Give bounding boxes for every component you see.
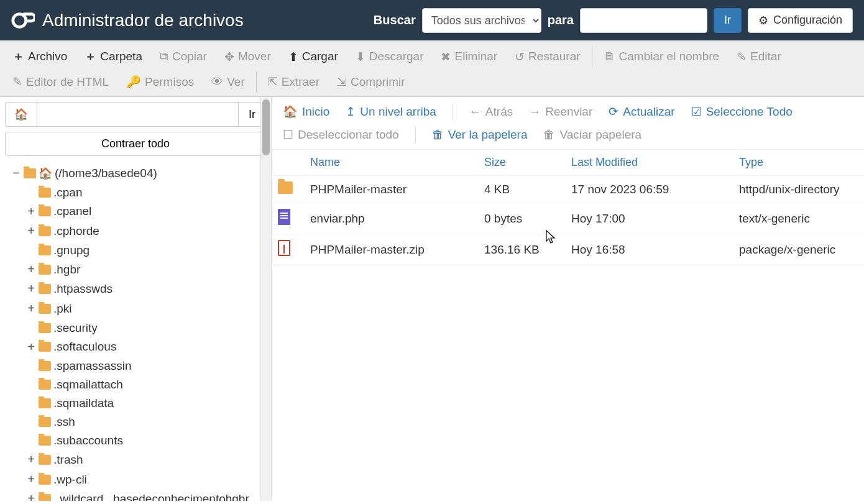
config-button[interactable]: ⚙ Configuración xyxy=(748,8,853,33)
back-link[interactable]: ←Atrás xyxy=(469,103,513,121)
action-separator xyxy=(415,127,416,143)
row-name: enviar.php xyxy=(301,203,476,234)
file-table: Name Size Last Modified Type PHPMailer-m… xyxy=(272,150,864,265)
expand-toggle[interactable]: + xyxy=(26,470,36,490)
upload-button[interactable]: ⬆Cargar xyxy=(280,45,347,69)
view-button[interactable]: 👁Ver xyxy=(203,70,254,94)
toolbar-download-label: Descargar xyxy=(369,50,424,63)
folder-icon xyxy=(39,206,51,216)
tree-item[interactable]: +.htpasswds xyxy=(26,279,269,299)
table-row[interactable]: PHPMailer-master.zip136.16 KBHoy 16:58pa… xyxy=(272,234,864,265)
sidebar-scrollbar[interactable] xyxy=(260,97,271,501)
toolbar-separator xyxy=(592,46,592,67)
move-button[interactable]: ✥Mover xyxy=(216,45,280,69)
expand-toggle[interactable]: + xyxy=(26,260,36,280)
forward-link[interactable]: →Reenviar xyxy=(529,103,592,121)
tree-item[interactable]: .gnupg xyxy=(26,241,269,260)
delete-button[interactable]: ✖Eliminar xyxy=(432,45,506,69)
tree-item[interactable]: +.wp-cli xyxy=(26,470,269,490)
folder-icon xyxy=(39,494,51,501)
folder-icon xyxy=(39,226,51,236)
path-home-button[interactable]: 🏠 xyxy=(5,102,37,127)
folder-icon xyxy=(39,284,51,294)
upload-icon: ⬆ xyxy=(288,50,298,64)
toolbar-upload-label: Cargar xyxy=(302,50,338,63)
search-scope-select[interactable]: Todos sus archivos xyxy=(422,8,541,33)
forward-icon: → xyxy=(529,105,541,119)
tree-item[interactable]: .subaccounts xyxy=(26,431,269,450)
rename-button[interactable]: 🗎Cambiar el nombre xyxy=(595,45,728,68)
expand-toggle[interactable]: + xyxy=(26,279,36,299)
expand-toggle[interactable]: + xyxy=(26,337,36,357)
select-all-link[interactable]: ☑Seleccione Todo xyxy=(691,102,793,121)
reload-link[interactable]: ⟳Actualizar xyxy=(609,102,674,121)
table-row[interactable]: enviar.php0 bytesHoy 17:00text/x-generic xyxy=(272,203,864,234)
tree-item[interactable]: .ssh xyxy=(26,413,269,431)
tree-item[interactable]: +.trash xyxy=(26,450,269,470)
expand-toggle[interactable]: + xyxy=(26,202,36,222)
tree-item[interactable]: .security xyxy=(26,319,269,337)
key-icon: 🔑 xyxy=(126,75,141,89)
search-go-button[interactable]: Ir xyxy=(714,8,742,33)
col-name[interactable]: Name xyxy=(301,150,476,176)
tree-item[interactable]: .sqmailattach xyxy=(26,375,269,394)
path-input[interactable] xyxy=(37,102,239,127)
view-trash-link[interactable]: 🗑Ver la papelera xyxy=(432,126,528,144)
new-file-button[interactable]: ＋Archivo xyxy=(4,44,76,70)
table-row[interactable]: PHPMailer-master4 KB17 nov 2023 06:59htt… xyxy=(272,176,864,203)
permissions-button[interactable]: 🔑Permisos xyxy=(117,70,203,94)
collapse-all-button[interactable]: Contraer todo xyxy=(5,132,266,156)
deselect-all-link[interactable]: ☐Deseleccionar todo xyxy=(283,125,399,144)
expand-toggle[interactable]: + xyxy=(26,489,36,501)
tree-root[interactable]: − 🏠 (/home3/basede04) xyxy=(11,163,269,183)
copy-icon: ⧉ xyxy=(160,50,168,63)
toolbar-delete-label: Eliminar xyxy=(454,50,497,63)
folder-tree: − 🏠 (/home3/basede04) .cpan+.cpanel+.cph… xyxy=(0,161,271,501)
expand-toggle[interactable]: + xyxy=(26,221,36,241)
row-type: text/x-generic xyxy=(730,203,864,234)
up-icon: ↥ xyxy=(346,104,356,119)
extract-button[interactable]: ⇱Extraer xyxy=(259,70,328,94)
folder-icon xyxy=(39,475,51,485)
search-input[interactable] xyxy=(580,8,707,33)
restore-button[interactable]: ↺Restaurar xyxy=(506,45,589,69)
tree-item[interactable]: +.hgbr xyxy=(26,260,269,280)
tree-item[interactable]: +.pki xyxy=(26,299,269,319)
home-icon: 🏠 xyxy=(39,165,52,182)
compress-button[interactable]: ⇲Comprimir xyxy=(328,70,414,94)
col-type[interactable]: Type xyxy=(730,150,864,176)
home-link[interactable]: 🏠Inicio xyxy=(283,102,329,121)
app-title: Administrador de archivos xyxy=(42,11,244,30)
folder-icon xyxy=(39,380,51,390)
delete-icon: ✖ xyxy=(441,50,451,64)
empty-trash-link[interactable]: 🗑Vaciar papelera xyxy=(543,126,641,144)
tree-item-label: .gnupg xyxy=(53,241,90,260)
plus-icon: ＋ xyxy=(85,48,96,65)
expand-toggle[interactable]: + xyxy=(26,299,36,319)
tree-item[interactable]: +.cphorde xyxy=(26,221,269,241)
tree-item[interactable]: +.softaculous xyxy=(26,337,269,357)
toolbar-file-label: Archivo xyxy=(28,50,67,63)
download-button[interactable]: ⬇Descargar xyxy=(347,45,433,69)
copy-button[interactable]: ⧉Copiar xyxy=(151,45,216,68)
tree-item-label: .subaccounts xyxy=(53,431,123,450)
col-size[interactable]: Size xyxy=(476,150,563,176)
collapse-toggle[interactable]: − xyxy=(11,163,21,183)
tree-item[interactable]: +.cpanel xyxy=(26,202,269,222)
tree-item[interactable]: .sqmaildata xyxy=(26,394,269,413)
tree-item[interactable]: +_wildcard_.basedeconhecimentohgbr. xyxy=(26,489,269,501)
reload-label: Actualizar xyxy=(623,105,674,119)
html-icon: ✎ xyxy=(12,75,22,89)
new-folder-button[interactable]: ＋Carpeta xyxy=(76,44,151,70)
folder-icon xyxy=(39,342,51,352)
col-modified[interactable]: Last Modified xyxy=(563,150,730,176)
tree-item[interactable]: .cpan xyxy=(26,183,269,202)
edit-button[interactable]: ✎Editar xyxy=(728,45,790,69)
html-editor-button[interactable]: ✎Editor de HTML xyxy=(4,70,117,94)
tree-item[interactable]: .spamassassin xyxy=(26,357,269,375)
up-link[interactable]: ↥Un nivel arriba xyxy=(346,102,436,121)
restore-icon: ↺ xyxy=(515,50,525,64)
expand-toggle[interactable]: + xyxy=(26,450,36,470)
eye-icon: 👁 xyxy=(211,75,223,89)
scrollbar-thumb[interactable] xyxy=(262,99,270,155)
